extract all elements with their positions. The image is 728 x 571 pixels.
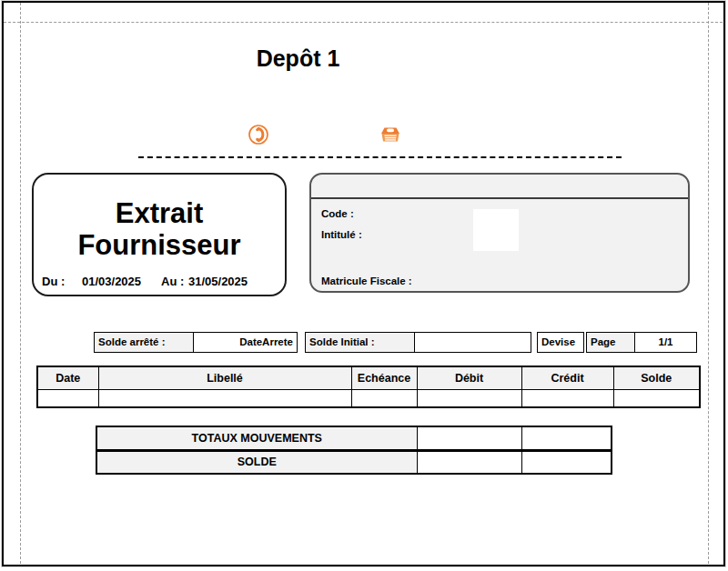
totals-solde-label: SOLDE [96, 450, 417, 474]
initial-balance-value [414, 332, 531, 353]
table-cell [417, 389, 521, 407]
page-label: Page [586, 332, 635, 353]
table-row [37, 389, 700, 407]
supplier-code-label: Code : [321, 208, 354, 219]
from-date-value: 01/03/2025 [82, 275, 141, 288]
movements-header-row: Date Libellé Echéance Débit Crédit Solde [37, 366, 700, 389]
from-label: Du : [42, 275, 65, 288]
page-title: Depôt 1 [0, 45, 596, 72]
dashed-separator [138, 156, 622, 158]
table-cell [98, 389, 351, 407]
totals-row-mouvements: TOTAUX MOUVEMENTS [96, 426, 612, 450]
totals-row-solde: SOLDE [96, 450, 612, 474]
col-header-debit: Débit [417, 366, 521, 389]
table-cell [351, 389, 417, 407]
totals-mouvements-label: TOTAUX MOUVEMENTS [96, 426, 417, 450]
statement-title-box: Extrait Fournisseur Du : 01/03/2025 Au :… [32, 173, 287, 296]
supplier-box-placeholder [473, 209, 519, 251]
statement-title-line1: Extrait [34, 197, 285, 229]
initial-balance-label: Solde Initial : [305, 332, 415, 353]
supplier-info-box: Code : Intitulé : Matricule Fiscale : [309, 173, 690, 293]
totals-mouvements-debit [417, 426, 521, 450]
page-number-value: 1/1 [634, 332, 697, 353]
col-header-credit: Crédit [521, 366, 613, 389]
statement-title: Extrait Fournisseur [34, 197, 285, 261]
col-header-solde: Solde [613, 366, 700, 389]
to-date-value: 31/05/2025 [188, 275, 248, 288]
table-cell [613, 389, 700, 407]
table-cell [521, 389, 613, 407]
to-label: Au : [161, 275, 184, 288]
col-header-echeance: Echéance [351, 366, 417, 389]
closing-balance-value: DateArrete [193, 332, 298, 353]
movements-table: Date Libellé Echéance Débit Crédit Solde [36, 366, 701, 408]
totals-solde-credit [521, 450, 612, 474]
currency-label: Devise [537, 332, 584, 353]
supplier-name-label: Intitulé : [321, 229, 362, 240]
totals-table: TOTAUX MOUVEMENTS SOLDE [96, 426, 612, 475]
col-header-date: Date [37, 366, 98, 389]
statement-title-line2: Fournisseur [34, 229, 285, 261]
supplier-box-divider [311, 197, 688, 199]
closing-balance-label: Solde arrêté : [94, 332, 194, 353]
phone-icon [248, 124, 269, 145]
supplier-taxid-label: Matricule Fiscale : [321, 275, 412, 286]
totals-mouvements-credit [521, 426, 612, 450]
fax-icon [379, 125, 402, 144]
totals-solde-debit [417, 450, 521, 474]
col-header-libelle: Libellé [98, 366, 351, 389]
table-cell [37, 389, 98, 407]
